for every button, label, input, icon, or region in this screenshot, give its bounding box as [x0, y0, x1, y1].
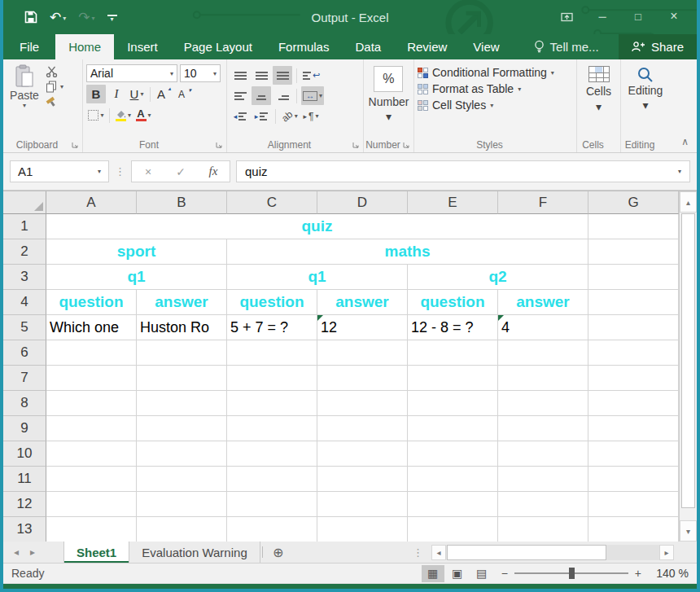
- zoom-slider[interactable]: − +: [501, 567, 641, 580]
- horizontal-scroll-thumb[interactable]: [447, 545, 606, 560]
- font-dialog-launcher-icon[interactable]: [215, 141, 223, 149]
- page-layout-view-icon[interactable]: ▣: [446, 565, 469, 582]
- bottom-align-button[interactable]: [273, 66, 292, 85]
- cell[interactable]: q1: [46, 265, 227, 290]
- font-name-select[interactable]: Arial▾: [86, 64, 177, 82]
- sheet-tab-evaluation-warning[interactable]: Evaluation Warning: [129, 542, 260, 563]
- cell[interactable]: [46, 517, 137, 542]
- font-color-button[interactable]: A▾: [133, 106, 153, 125]
- formula-input[interactable]: quiz▾: [236, 160, 690, 182]
- cell[interactable]: [227, 492, 317, 517]
- column-header-B[interactable]: B: [137, 191, 227, 214]
- cell[interactable]: [498, 391, 588, 416]
- scroll-down-icon[interactable]: ▾: [680, 520, 697, 542]
- cell[interactable]: [588, 492, 679, 517]
- bold-button[interactable]: B: [86, 85, 106, 103]
- decrease-indent-button[interactable]: ◂: [230, 107, 250, 125]
- percent-style-button[interactable]: %: [374, 66, 403, 92]
- cell[interactable]: answer: [317, 290, 408, 315]
- cell[interactable]: [46, 366, 137, 391]
- scroll-left-icon[interactable]: ◂: [431, 545, 446, 560]
- editing-label[interactable]: Editing: [628, 84, 663, 97]
- font-size-select[interactable]: 10▾: [180, 64, 221, 82]
- cell[interactable]: [408, 517, 498, 542]
- ribbon-tab-insert[interactable]: Insert: [114, 34, 171, 59]
- copy-button[interactable]: ▾: [46, 81, 63, 93]
- cell[interactable]: [498, 416, 588, 441]
- borders-dropdown-icon[interactable]: ▾: [100, 112, 103, 119]
- cell[interactable]: [408, 441, 498, 467]
- orientation-button[interactable]: ab▾: [280, 107, 300, 125]
- cell[interactable]: [498, 492, 588, 517]
- cell[interactable]: [317, 467, 408, 492]
- new-sheet-icon[interactable]: ⊕: [265, 542, 292, 563]
- cell[interactable]: [317, 416, 408, 441]
- share-button[interactable]: Share: [619, 34, 697, 59]
- number-dropdown-icon[interactable]: ▾: [369, 110, 409, 123]
- row-header-10[interactable]: 10: [3, 441, 46, 467]
- row-header-12[interactable]: 12: [3, 492, 46, 517]
- cell[interactable]: sport: [46, 239, 227, 265]
- cell[interactable]: [317, 441, 408, 467]
- minimize-button[interactable]: ─: [584, 5, 620, 28]
- editing-dropdown-icon[interactable]: ▾: [642, 99, 648, 112]
- cell[interactable]: [408, 416, 498, 441]
- sheet-nav-right-icon[interactable]: ▸: [24, 542, 41, 563]
- formula-expand-icon[interactable]: ▾: [678, 168, 681, 175]
- cell[interactable]: Which one: [46, 315, 137, 340]
- cell[interactable]: [498, 340, 588, 366]
- cell[interactable]: [137, 366, 227, 391]
- cell[interactable]: [137, 492, 227, 517]
- fill-color-dropdown-icon[interactable]: ▾: [128, 112, 131, 119]
- cell[interactable]: [137, 391, 227, 416]
- cells-icon[interactable]: [588, 66, 610, 82]
- cell[interactable]: answer: [137, 290, 227, 315]
- cells-dropdown-icon[interactable]: ▾: [596, 100, 602, 113]
- name-box[interactable]: A1▾: [10, 160, 109, 182]
- align-left-button[interactable]: [230, 86, 250, 105]
- merge-center-dropdown-icon[interactable]: ▾: [319, 92, 322, 99]
- cell[interactable]: [588, 391, 679, 416]
- column-header-G[interactable]: G: [588, 191, 679, 214]
- zoom-thumb[interactable]: [569, 568, 575, 579]
- cell[interactable]: [588, 416, 679, 441]
- cell[interactable]: [588, 441, 679, 467]
- decrease-font-size-button[interactable]: A▾: [174, 85, 194, 103]
- cell[interactable]: answer: [498, 290, 588, 315]
- clipboard-dialog-launcher-icon[interactable]: [71, 141, 79, 149]
- cell[interactable]: [588, 467, 679, 492]
- cell[interactable]: q2: [408, 265, 588, 290]
- cell[interactable]: question: [227, 290, 317, 315]
- font-color-dropdown-icon[interactable]: ▾: [148, 112, 151, 119]
- cell[interactable]: 5 + 7 = ?: [227, 315, 317, 340]
- cell[interactable]: [588, 366, 679, 391]
- center-button[interactable]: [252, 86, 271, 105]
- cell[interactable]: [588, 517, 679, 542]
- increase-font-size-button[interactable]: A▴: [154, 85, 173, 103]
- ribbon-tab-home[interactable]: Home: [55, 34, 114, 59]
- formula-bar-resize-handle[interactable]: ⋮: [115, 165, 125, 178]
- cell[interactable]: [408, 467, 498, 492]
- cell[interactable]: q1: [227, 265, 408, 290]
- cell[interactable]: [588, 290, 679, 315]
- enter-icon[interactable]: ✓: [164, 165, 197, 178]
- cell[interactable]: [46, 492, 137, 517]
- cell[interactable]: [498, 467, 588, 492]
- format-as-table-button[interactable]: Format as Table ▾: [418, 82, 573, 95]
- alignment-dialog-launcher-icon[interactable]: [352, 141, 360, 149]
- row-header-6[interactable]: 6: [3, 340, 46, 366]
- copy-dropdown-icon[interactable]: ▾: [60, 83, 63, 90]
- number-dialog-launcher-icon[interactable]: [402, 141, 410, 149]
- row-header-1[interactable]: 1: [3, 214, 46, 239]
- cell[interactable]: [137, 340, 227, 366]
- cell[interactable]: question: [46, 290, 137, 315]
- cell[interactable]: [46, 416, 137, 441]
- collapse-ribbon-icon[interactable]: ∧: [681, 136, 689, 147]
- zoom-out-icon[interactable]: −: [501, 567, 508, 580]
- italic-button[interactable]: I: [107, 85, 126, 103]
- vertical-scroll-thumb[interactable]: [681, 213, 695, 508]
- cell[interactable]: [227, 441, 317, 467]
- cell[interactable]: [317, 492, 408, 517]
- ribbon-tab-view[interactable]: View: [460, 34, 512, 59]
- column-header-D[interactable]: D: [317, 191, 408, 214]
